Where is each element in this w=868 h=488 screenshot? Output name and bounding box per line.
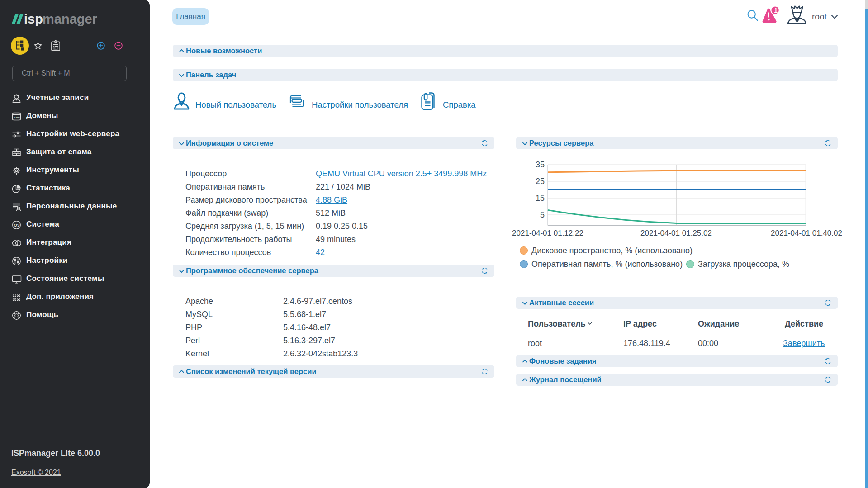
svg-text:isp: isp	[24, 12, 43, 26]
svg-text:.com: .com	[14, 116, 20, 119]
svg-text:OS: OS	[14, 223, 20, 227]
svg-text:1: 1	[774, 7, 778, 14]
svg-text:manager: manager	[43, 12, 97, 26]
